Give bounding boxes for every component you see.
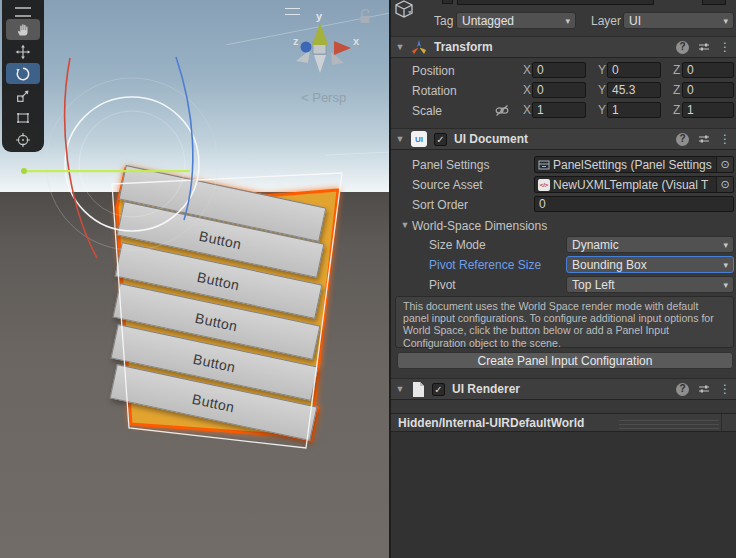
sort-order-field[interactable]: 0	[534, 196, 734, 212]
visual-tree-asset-icon: </>	[538, 179, 550, 191]
foldout-icon[interactable]: ▼	[394, 42, 406, 52]
link-broken-icon[interactable]	[495, 104, 509, 117]
scene-button-label: Button	[196, 268, 241, 293]
world-space-dimensions-foldout[interactable]: ▼ World-Space Dimensions	[391, 217, 736, 235]
position-z-field[interactable]: 0	[682, 62, 734, 78]
pivot-label: Pivot	[429, 278, 456, 292]
pivot-dropdown[interactable]: Top Left ▾	[566, 276, 734, 293]
hand-icon	[15, 22, 31, 38]
chevron-down-icon: ▾	[565, 16, 570, 26]
source-asset-label: Source Asset	[412, 178, 483, 192]
rect-tool[interactable]	[6, 107, 40, 128]
active-checkbox[interactable]	[442, 0, 453, 4]
foldout-icon[interactable]: ▼	[394, 134, 406, 144]
scale-x-field[interactable]: 1	[532, 102, 586, 118]
x-axis-label: X	[523, 103, 531, 117]
scene-tools-overlay	[2, 0, 44, 152]
overlay-handle-icon[interactable]	[285, 8, 300, 15]
rotation-label: Rotation	[412, 84, 457, 98]
layer-dropdown[interactable]: UI ▾	[623, 12, 734, 29]
presets-icon[interactable]	[698, 41, 710, 53]
scene-view[interactable]: Button Button Button Button Button	[0, 0, 390, 558]
kebab-menu-icon[interactable]: ⋮	[719, 133, 731, 145]
help-icon[interactable]: ?	[676, 383, 689, 396]
sort-order-label: Sort Order	[412, 198, 468, 212]
panel-settings-row: Panel Settings PanelSettings (Panel Sett…	[391, 156, 736, 174]
component-title: UI Document	[454, 132, 528, 146]
rotation-row: Rotation X 0 Y 45.3 Z 0	[391, 82, 736, 100]
source-asset-object-field[interactable]: </> NewUXMLTemplate (Visual T ⊙	[534, 176, 734, 193]
ui-document-component-icon: UI	[411, 131, 427, 147]
persp-arrow-icon: <	[301, 90, 309, 105]
pivot-reference-size-dropdown[interactable]: Bounding Box ▾	[566, 256, 734, 273]
layer-label: Layer	[591, 14, 621, 28]
panel-settings-asset-icon	[538, 159, 550, 171]
presets-icon[interactable]	[698, 133, 710, 145]
rotation-z-field[interactable]: 0	[682, 82, 734, 98]
object-picker-icon[interactable]: ⊙	[716, 177, 733, 192]
x-axis-label: X	[523, 63, 531, 77]
position-x-field[interactable]: 0	[532, 62, 586, 78]
tag-label: Tag	[434, 14, 453, 28]
scene-button-label: Button	[192, 350, 237, 375]
static-dropdown[interactable]	[702, 0, 726, 5]
x-axis-label: X	[523, 83, 531, 97]
move-icon	[15, 44, 31, 60]
unity-editor: Button Button Button Button Button	[0, 0, 736, 558]
component-title: Transform	[434, 40, 493, 54]
world-space-help-box: This document uses the World Space rende…	[395, 296, 734, 348]
scene-button-label: Button	[198, 227, 243, 252]
scale-tool[interactable]	[6, 85, 40, 106]
dock-handle-icon[interactable]	[15, 7, 31, 17]
ui-document-header[interactable]: ▼ UI ✓ UI Document ? ⋮	[391, 128, 736, 150]
rect-icon	[15, 110, 31, 126]
rotate-icon	[15, 66, 31, 82]
foldout-icon[interactable]: ▼	[399, 220, 411, 230]
kebab-menu-icon[interactable]: ⋮	[719, 383, 731, 395]
component-title: UI Renderer	[452, 382, 520, 396]
help-icon[interactable]: ?	[676, 41, 689, 54]
material-preview-bar[interactable]: Hidden/Internal-UIRDefaultWorld	[391, 413, 736, 432]
size-mode-row: Size Mode Dynamic ▾	[391, 236, 736, 254]
view-hand-tool[interactable]	[6, 19, 40, 40]
pivot-reference-size-label: Pivot Reference Size	[429, 258, 541, 272]
move-tool[interactable]	[6, 41, 40, 62]
material-preview-area	[391, 432, 736, 558]
create-panel-input-configuration-button[interactable]: Create Panel Input Configuration	[397, 352, 733, 369]
tag-dropdown[interactable]: Untagged ▾	[456, 12, 576, 29]
scale-label: Scale	[412, 104, 442, 118]
rotation-y-field[interactable]: 45.3	[607, 82, 661, 98]
ui-renderer-header[interactable]: ▼ ✓ UI Renderer ? ⋮	[391, 378, 736, 400]
panel-settings-object-field[interactable]: PanelSettings (Panel Settings ⊙	[534, 156, 734, 173]
size-mode-dropdown[interactable]: Dynamic ▾	[566, 236, 734, 253]
kebab-menu-icon[interactable]: ⋮	[719, 41, 731, 53]
rotate-tool[interactable]	[6, 63, 40, 84]
enabled-checkbox[interactable]: ✓	[432, 383, 445, 396]
presets-icon[interactable]	[698, 383, 710, 395]
projection-label: Persp	[312, 90, 346, 105]
source-asset-row: Source Asset </> NewUXMLTemplate (Visual…	[391, 176, 736, 194]
material-bar-divider	[721, 414, 722, 431]
size-mode-label: Size Mode	[429, 238, 486, 252]
object-picker-icon[interactable]: ⊙	[716, 157, 733, 172]
y-axis-label: Y	[598, 83, 606, 97]
name-field[interactable]	[457, 0, 654, 5]
chevron-down-icon: ▾	[723, 16, 728, 26]
help-icon[interactable]: ?	[676, 133, 689, 146]
scale-y-field[interactable]: 1	[607, 102, 661, 118]
enabled-checkbox[interactable]: ✓	[434, 133, 447, 146]
z-axis-label: Z	[673, 63, 680, 77]
transform-component-icon	[411, 39, 427, 55]
projection-toggle[interactable]: < Persp	[301, 90, 346, 105]
scene-button-label: Button	[194, 309, 239, 334]
foldout-icon[interactable]: ▼	[394, 384, 406, 394]
position-y-field[interactable]: 0	[607, 62, 661, 78]
rotation-x-field[interactable]: 0	[532, 82, 586, 98]
transform-tool[interactable]	[6, 129, 40, 150]
transform-header[interactable]: ▼ Transform ? ⋮	[391, 36, 736, 58]
z-axis-label: Z	[673, 103, 680, 117]
tag-layer-row: Tag Untagged ▾ Layer UI ▾	[391, 12, 736, 30]
scene-button-label: Button	[191, 390, 236, 415]
scale-z-field[interactable]: 1	[682, 102, 734, 118]
y-axis-label: Y	[598, 103, 606, 117]
